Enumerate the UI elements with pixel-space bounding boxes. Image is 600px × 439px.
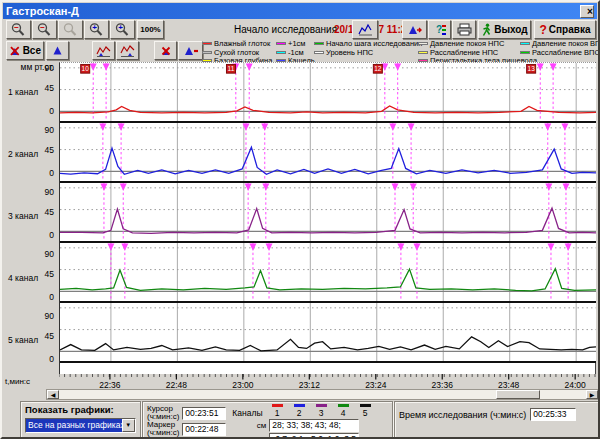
remove-marker-button[interactable] xyxy=(178,41,203,60)
y-tick-label: 45 xyxy=(45,331,54,341)
close-icon[interactable]: × xyxy=(580,5,594,18)
cm-label: см xyxy=(232,422,266,430)
zoom-disabled-button xyxy=(58,20,83,39)
show-graphs-dropdown[interactable]: Все на разных графиках ▼ xyxy=(25,418,136,433)
scroll-right-icon[interactable]: ▶ xyxy=(586,390,598,399)
scroll-left-icon[interactable]: ◀ xyxy=(47,390,59,399)
triangle-minus-icon xyxy=(183,45,199,57)
svg-text:+: + xyxy=(92,23,97,32)
zoom-100-button[interactable]: 100% xyxy=(137,20,164,39)
svg-text:+: + xyxy=(118,23,123,32)
title-bar: Гастроскан-Д × xyxy=(3,3,597,19)
exit-label: Выход xyxy=(494,24,527,35)
channel-color-icon xyxy=(338,404,349,407)
marker-value-field: 00:22:48 xyxy=(182,423,226,436)
cursor-label: Курсор(ч:мин:с) xyxy=(147,405,179,421)
exit-button[interactable]: Выход xyxy=(478,20,531,39)
y-tick-label: 90 xyxy=(45,63,54,73)
all-label: Все xyxy=(23,45,41,56)
show-graphs-groupbox: Показать графики: Все на разных графиках… xyxy=(20,401,141,438)
zoom-in-blue-step-button[interactable]: + xyxy=(110,20,135,39)
settings-colors-button[interactable]: ? xyxy=(428,20,451,39)
mmhg-values-field: -6,7; 2,1; -5,0; 1,0; 3,5 xyxy=(269,433,359,439)
svg-text:22:36: 22:36 xyxy=(99,380,121,390)
legend-item: Давление покоя НПС xyxy=(418,40,516,48)
window-title: Гастроскан-Д xyxy=(6,5,580,17)
triangle-arrow-icon xyxy=(407,24,423,36)
channel-2-name: 2 канал xyxy=(8,149,38,159)
channel-4-name: 4 канал xyxy=(8,273,38,283)
legend-item-label: Начало шага исследования xyxy=(326,40,422,48)
legend-item: Расслабление НПС xyxy=(418,49,516,57)
svg-text:23:48: 23:48 xyxy=(498,380,520,390)
svg-text:11: 11 xyxy=(228,66,235,73)
help-label: Справка xyxy=(549,24,591,35)
channel-5-panel[interactable] xyxy=(60,303,596,363)
channel-2-header: 2 xyxy=(294,404,305,418)
add-marker-button[interactable] xyxy=(46,41,69,60)
cursor-value-field: 00:23:51 xyxy=(182,407,226,420)
scrollbar-track[interactable] xyxy=(59,390,586,399)
legend-item: Расслабление ВПС xyxy=(520,49,594,57)
running-man-icon xyxy=(481,23,492,37)
channel-5-header: 5 xyxy=(360,404,371,418)
time-axis-label: t,мин:с xyxy=(5,377,30,386)
zoom-out-red-button[interactable]: − xyxy=(6,20,31,39)
chart-plot-area[interactable]: 10111213 xyxy=(59,62,596,374)
svg-text:23:00: 23:00 xyxy=(232,380,254,390)
channels-header: Каналы 12345 xyxy=(232,404,370,418)
triangle-up-icon xyxy=(52,45,63,56)
zoom-in-blue-button[interactable]: + xyxy=(84,20,109,39)
scrollbar-thumb[interactable] xyxy=(496,390,540,399)
cm-values-field: 28; 33; 38; 43; 48; xyxy=(269,419,359,432)
magnifier-icon xyxy=(62,22,79,37)
channel-2-panel[interactable] xyxy=(60,123,596,183)
svg-text:22:48: 22:48 xyxy=(166,380,188,390)
printer-icon xyxy=(457,23,472,36)
chevron-down-icon[interactable]: ▼ xyxy=(122,419,135,432)
print-button[interactable] xyxy=(452,20,476,39)
y-tick-label: 45 xyxy=(45,207,54,217)
graph-markers-button[interactable] xyxy=(92,41,115,60)
main-toolbar: − − + + 100% Начало исследования 20/12/2… xyxy=(4,20,596,40)
svg-text:23:36: 23:36 xyxy=(432,380,454,390)
magnifier-icon: + xyxy=(114,22,131,37)
channel-3-header: 3 xyxy=(316,404,327,418)
channel-3-name: 3 канал xyxy=(8,211,38,221)
horizontal-scrollbar[interactable]: ◀ ▶ xyxy=(46,389,599,400)
marker-jump-button[interactable] xyxy=(402,20,427,39)
channel-1-panel[interactable]: 10111213 xyxy=(60,63,596,123)
legend-swatch-icon xyxy=(520,51,530,54)
channel-color-icon xyxy=(294,404,305,407)
delete-marker-button[interactable] xyxy=(154,41,177,60)
clear-all-markers-button[interactable]: Все xyxy=(6,41,44,60)
chart-marker-icon xyxy=(96,44,111,57)
chart-icon[interactable] xyxy=(352,20,378,39)
channel-3-panel[interactable] xyxy=(60,183,596,243)
channel-4-panel[interactable] xyxy=(60,243,596,303)
svg-text:10: 10 xyxy=(82,66,90,73)
channel-number: 2 xyxy=(297,408,302,418)
zoom-out-red-alt-button[interactable]: − xyxy=(32,20,57,39)
legend-item-label: -1см xyxy=(288,49,304,57)
legend-item: -1см xyxy=(276,49,310,57)
question-colors-icon: ? xyxy=(433,23,447,36)
magnifier-icon: − xyxy=(36,22,53,37)
y-axis-gutter: мм рт.ст. 904501 канал904502 канал904503… xyxy=(2,62,59,375)
show-graphs-selected-value: Все на разных графиках xyxy=(26,419,122,432)
channel-number: 5 xyxy=(363,408,368,418)
help-button[interactable]: ? Справка xyxy=(534,20,596,39)
svg-text:−: − xyxy=(14,23,19,32)
channel-2-trace xyxy=(60,123,596,181)
y-tick-label: 45 xyxy=(45,145,54,155)
legend-column: Давление покоя ВПСРасслабление ВПС xyxy=(520,40,594,62)
legend-swatch-icon xyxy=(276,51,286,54)
y-tick-label: 0 xyxy=(49,168,54,178)
graph-markers-alt-button[interactable] xyxy=(116,41,139,60)
legend-item: Давление покоя ВПС xyxy=(520,40,594,48)
y-tick-label: 90 xyxy=(45,311,54,321)
channel-4-trace xyxy=(60,243,596,301)
svg-text:24:00: 24:00 xyxy=(565,380,587,390)
legend-swatch-icon xyxy=(314,51,324,54)
chart-marker-alt-icon xyxy=(120,44,135,57)
